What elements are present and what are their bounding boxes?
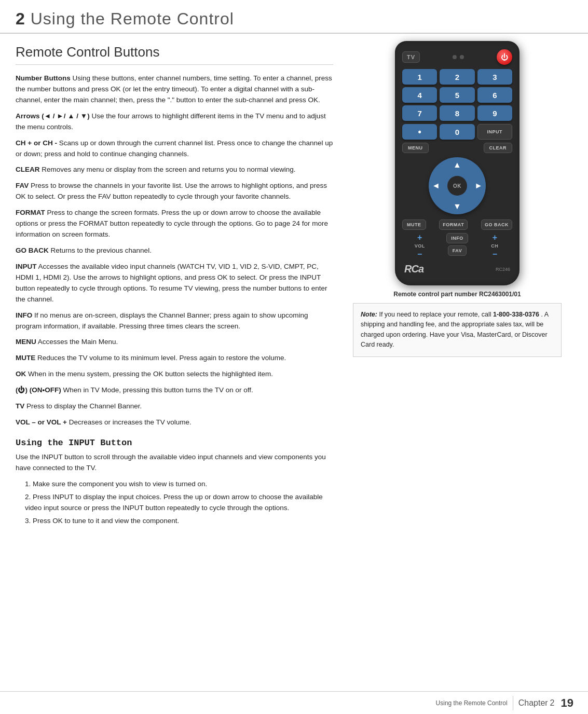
fav-button[interactable]: FAV — [448, 245, 467, 256]
footer-left-text: Using the Remote Control — [436, 699, 508, 707]
dot-button[interactable]: • — [402, 124, 437, 140]
chapter-title: Using the Remote Control — [31, 9, 234, 28]
text-tv: Press to display the Channel Banner. — [26, 402, 142, 410]
text-clear: Removes any menu or display from the scr… — [42, 166, 295, 173]
vol-minus-icon[interactable]: − — [417, 250, 422, 259]
remote-bottom-num-row: • 0 INPUT — [402, 124, 512, 140]
text-block-ok: OK When in the menu system, pressing the… — [16, 369, 333, 380]
text-block-vol: VOL – or VOL + Decreases or increases th… — [16, 417, 333, 428]
footer-page-num: 19 — [561, 696, 573, 710]
remote-control: TV ⏻ 1 2 3 4 5 6 7 8 9 • — [395, 41, 519, 285]
page-header: 2 Using the Remote Control — [0, 0, 588, 34]
num-9-button[interactable]: 9 — [477, 105, 512, 121]
note-phone: 1-800-338-0376 — [493, 311, 539, 318]
text-column: Remote Control Buttons Number Buttons Us… — [0, 34, 348, 570]
term-ok: OK — [16, 370, 26, 378]
text-block-format: FORMAT Press to change the screen format… — [16, 208, 333, 240]
remote-indicators — [453, 55, 464, 59]
term-tv: TV — [16, 402, 24, 410]
footer-divider — [513, 696, 513, 710]
text-ok: When in the menu system, pressing the OK… — [28, 370, 273, 378]
text-info: If no menus are on-screen, displays the … — [16, 311, 308, 330]
sub-section-input-title-text: Using the INPUT Button — [16, 438, 132, 448]
term-clear: CLEAR — [16, 166, 40, 173]
dpad: ▲ ▼ ◄ ► OK — [429, 157, 486, 214]
term-goback: GO BACK — [16, 246, 49, 254]
goback-button[interactable]: GO BACK — [481, 219, 512, 230]
remote-logo-row: RCa RC246 — [402, 263, 512, 275]
section-title: Remote Control Buttons — [16, 44, 333, 65]
menu-button[interactable]: MENU — [402, 143, 429, 153]
input-step-1: 1. Make sure the component you wish to v… — [25, 479, 333, 490]
num-1-button[interactable]: 1 — [402, 69, 437, 85]
footer-chapter-label: Chapter — [518, 698, 548, 708]
indicator-2 — [460, 55, 464, 59]
rca-logo: RCa — [404, 263, 423, 275]
text-block-arrows: Arrows (◄ / ►/ ▲ / ▼) Use the four arrow… — [16, 111, 333, 133]
right-column: TV ⏻ 1 2 3 4 5 6 7 8 9 • — [348, 34, 571, 570]
note-box: Note: If you need to replace your remote… — [353, 303, 562, 357]
remote-top-row: TV ⏻ — [402, 49, 512, 65]
text-block-clear: CLEAR Removes any menu or display from t… — [16, 164, 333, 175]
indicator-1 — [453, 55, 457, 59]
format-button[interactable]: FORMAT — [439, 219, 468, 230]
dpad-right-arrow[interactable]: ► — [474, 181, 483, 190]
num-0-button[interactable]: 0 — [440, 124, 474, 140]
num-5-button[interactable]: 5 — [440, 87, 474, 103]
text-block-input: INPUT Accesses the available video input… — [16, 262, 333, 305]
input-button[interactable]: INPUT — [477, 124, 512, 140]
dpad-up-arrow[interactable]: ▲ — [453, 160, 461, 170]
text-block-number-buttons: Number Buttons Using these buttons, ente… — [16, 73, 333, 106]
page-title: 2 Using the Remote Control — [16, 9, 572, 29]
power-button[interactable]: ⏻ — [497, 49, 512, 65]
page-footer: Using the Remote Control Chapter 2 19 — [0, 691, 588, 714]
ch-plus-icon[interactable]: + — [493, 233, 497, 242]
term-fav: FAV — [16, 182, 29, 189]
mute-button[interactable]: MUTE — [402, 219, 426, 230]
input-step-2: 2. Press INPUT to display the input choi… — [25, 492, 333, 514]
text-block-mute: MUTE Reduces the TV volume to its minimu… — [16, 353, 333, 364]
vol-plus-icon[interactable]: + — [417, 233, 422, 242]
ch-group: + CH − — [477, 233, 512, 259]
text-goback: Returns to the previous channel. — [51, 246, 152, 254]
num-8-button[interactable]: 8 — [440, 105, 474, 121]
dpad-left-arrow[interactable]: ◄ — [432, 181, 440, 190]
info-button[interactable]: INFO — [446, 233, 468, 243]
term-ch: CH + or CH - — [16, 139, 57, 147]
ch-label: CH — [491, 243, 498, 249]
num-6-button[interactable]: 6 — [477, 87, 512, 103]
main-content: Remote Control Buttons Number Buttons Us… — [0, 34, 588, 570]
term-format: FORMAT — [16, 209, 45, 216]
text-block-power: (⏻) (ON•OFF) When in TV Mode, pressing t… — [16, 385, 333, 396]
text-block-input-intro: Use the INPUT button to scroll through t… — [16, 452, 333, 474]
chapter-number: 2 — [16, 9, 25, 28]
vol-group: + VOL − — [402, 233, 437, 259]
text-vol: Decreases or increases the TV volume. — [69, 418, 192, 426]
dpad-down-arrow[interactable]: ▼ — [453, 202, 461, 211]
note-text-1: If you need to replace your remote, call — [379, 311, 493, 318]
text-block-goback: GO BACK Returns to the previous channel. — [16, 245, 333, 256]
remote-model: RC246 — [496, 267, 510, 272]
ok-button[interactable]: OK — [447, 176, 467, 196]
text-fav: Press to browse the channels in your fav… — [16, 182, 327, 200]
remote-menu-row: MENU CLEAR — [402, 143, 512, 153]
term-menu: MENU — [16, 338, 36, 346]
text-block-menu: MENU Accesses the Main Menu. — [16, 337, 333, 348]
text-block-fav: FAV Press to browse the channels in your… — [16, 181, 333, 202]
num-4-button[interactable]: 4 — [402, 87, 437, 103]
num-7-button[interactable]: 7 — [402, 105, 437, 121]
input-step-3: 3. Press OK to tune to it and view the c… — [25, 516, 333, 527]
remote-numpad: 1 2 3 4 5 6 7 8 9 — [402, 69, 512, 121]
term-input: INPUT — [16, 263, 37, 270]
term-info: INFO — [16, 311, 32, 319]
clear-button[interactable]: CLEAR — [484, 143, 513, 153]
num-2-button[interactable]: 2 — [440, 69, 474, 85]
term-number-buttons: Number Buttons — [16, 74, 71, 82]
note-label: Note: — [361, 311, 377, 318]
num-3-button[interactable]: 3 — [477, 69, 512, 85]
term-arrows: Arrows (◄ / ►/ ▲ / ▼) — [16, 112, 90, 120]
ch-minus-icon[interactable]: − — [493, 250, 497, 259]
tv-button[interactable]: TV — [402, 51, 420, 63]
info-fav-group: INFO FAV — [440, 233, 474, 259]
text-power: When in TV Mode, pressing this button tu… — [63, 386, 253, 394]
